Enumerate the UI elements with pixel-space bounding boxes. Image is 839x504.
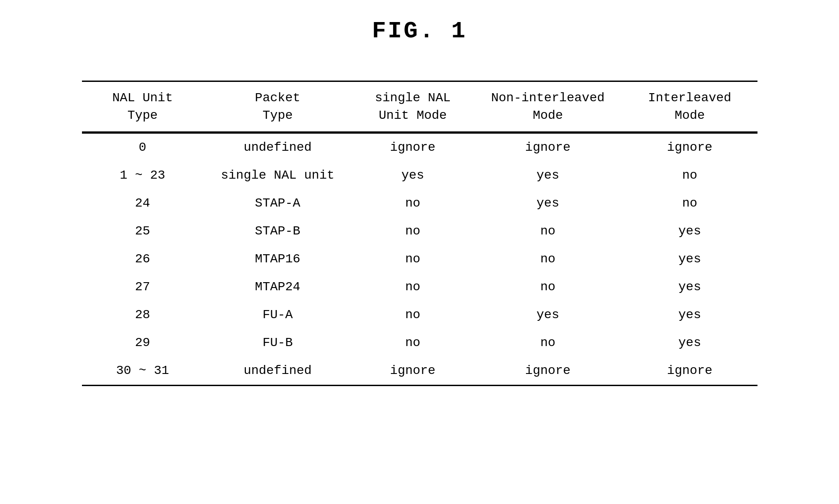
cell-nonint: no — [474, 329, 622, 357]
page-title: FIG. 1 — [372, 18, 467, 45]
cell-int: yes — [622, 329, 757, 357]
table-row: 1 ~ 23single NAL unityesyesno — [82, 162, 757, 189]
cell-single: no — [352, 217, 474, 245]
table-row: 27MTAP24nonoyes — [82, 273, 757, 301]
cell-nonint: yes — [474, 189, 622, 217]
cell-int: no — [622, 162, 757, 189]
cell-nonint: no — [474, 245, 622, 273]
cell-nal: 26 — [82, 245, 204, 273]
cell-nonint: no — [474, 217, 622, 245]
cell-nal: 28 — [82, 301, 204, 329]
cell-single: ignore — [352, 133, 474, 162]
table-row: 28FU-Anoyesyes — [82, 301, 757, 329]
cell-int: ignore — [622, 357, 757, 386]
cell-nal: 1 ~ 23 — [82, 162, 204, 189]
table-header-row: NAL Unit Type Packet Type single NAL Uni… — [82, 81, 757, 133]
cell-int: ignore — [622, 133, 757, 162]
cell-single: no — [352, 189, 474, 217]
header-packet-type: Packet Type — [204, 81, 352, 133]
cell-int: no — [622, 189, 757, 217]
cell-nonint: ignore — [474, 133, 622, 162]
cell-packet: MTAP16 — [204, 245, 352, 273]
cell-single: no — [352, 273, 474, 301]
table-row: 25STAP-Bnonoyes — [82, 217, 757, 245]
cell-packet: FU-A — [204, 301, 352, 329]
cell-nal: 24 — [82, 189, 204, 217]
cell-packet: undefined — [204, 133, 352, 162]
cell-nal: 27 — [82, 273, 204, 301]
cell-packet: STAP-B — [204, 217, 352, 245]
cell-nal: 29 — [82, 329, 204, 357]
table-row: 29FU-Bnonoyes — [82, 329, 757, 357]
cell-int: yes — [622, 301, 757, 329]
header-interleaved-mode: Interleaved Mode — [622, 81, 757, 133]
cell-single: ignore — [352, 357, 474, 386]
cell-nonint: yes — [474, 162, 622, 189]
cell-nonint: yes — [474, 301, 622, 329]
cell-single: no — [352, 301, 474, 329]
cell-packet: MTAP24 — [204, 273, 352, 301]
table-row: 30 ~ 31undefinedignoreignoreignore — [82, 357, 757, 386]
cell-nonint: no — [474, 273, 622, 301]
header-non-interleaved-mode: Non-interleaved Mode — [474, 81, 622, 133]
table-row: 0undefinedignoreignoreignore — [82, 133, 757, 162]
cell-nal: 0 — [82, 133, 204, 162]
header-single-nal-unit-mode: single NAL Unit Mode — [352, 81, 474, 133]
cell-int: yes — [622, 217, 757, 245]
table-container: NAL Unit Type Packet Type single NAL Uni… — [82, 81, 757, 386]
cell-nal: 30 ~ 31 — [82, 357, 204, 386]
cell-packet: FU-B — [204, 329, 352, 357]
cell-single: yes — [352, 162, 474, 189]
cell-int: yes — [622, 273, 757, 301]
cell-packet: STAP-A — [204, 189, 352, 217]
cell-nal: 25 — [82, 217, 204, 245]
cell-packet: single NAL unit — [204, 162, 352, 189]
table-row: 26MTAP16nonoyes — [82, 245, 757, 273]
nal-unit-table: NAL Unit Type Packet Type single NAL Uni… — [82, 81, 757, 386]
cell-int: yes — [622, 245, 757, 273]
header-nal-unit-type: NAL Unit Type — [82, 81, 204, 133]
cell-single: no — [352, 329, 474, 357]
cell-single: no — [352, 245, 474, 273]
cell-nonint: ignore — [474, 357, 622, 386]
table-row: 24STAP-Anoyesno — [82, 189, 757, 217]
table-body: 0undefinedignoreignoreignore1 ~ 23single… — [82, 133, 757, 386]
cell-packet: undefined — [204, 357, 352, 386]
